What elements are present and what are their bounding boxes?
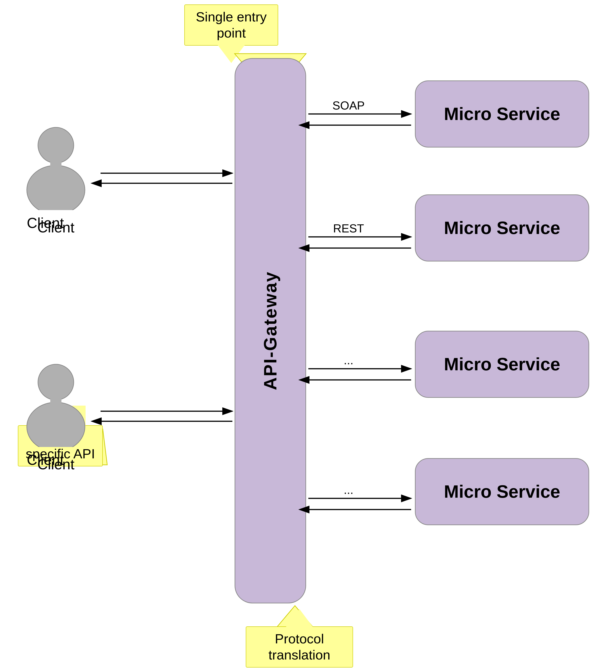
protocol-translation-text: Protocol translation [269, 631, 330, 662]
client-2-label: Client [27, 451, 64, 468]
single-entry-point-text: Single entry point [196, 9, 267, 40]
svg-point-6 [38, 364, 74, 400]
soap-label: SOAP [332, 99, 365, 112]
micro-service-3: Micro Service [415, 331, 589, 398]
micro-service-1-label: Micro Service [444, 104, 560, 124]
micro-service-1: Micro Service [415, 80, 589, 147]
micro-service-2: Micro Service [415, 194, 589, 261]
svg-rect-5 [50, 161, 61, 172]
micro-service-3-label: Micro Service [444, 354, 560, 375]
dots-label-2: ... [344, 483, 353, 496]
api-gateway-label: API-Gateway [260, 271, 281, 390]
svg-point-3 [38, 127, 74, 163]
micro-service-4-label: Micro Service [444, 481, 560, 502]
svg-point-4 [27, 165, 85, 210]
micro-service-4: Micro Service [415, 458, 589, 525]
api-gateway-bar: API-Gateway [235, 58, 306, 603]
dots-label-1: ... [344, 354, 353, 367]
client-1-label: Client [27, 215, 64, 231]
single-entry-point-callout: Single entry point [184, 4, 278, 46]
svg-rect-8 [50, 398, 61, 409]
protocol-translation-callout: Protocol translation [246, 626, 353, 668]
rest-label: REST [333, 222, 364, 235]
micro-service-2-label: Micro Service [444, 218, 560, 238]
client-1-figure [16, 125, 96, 210]
